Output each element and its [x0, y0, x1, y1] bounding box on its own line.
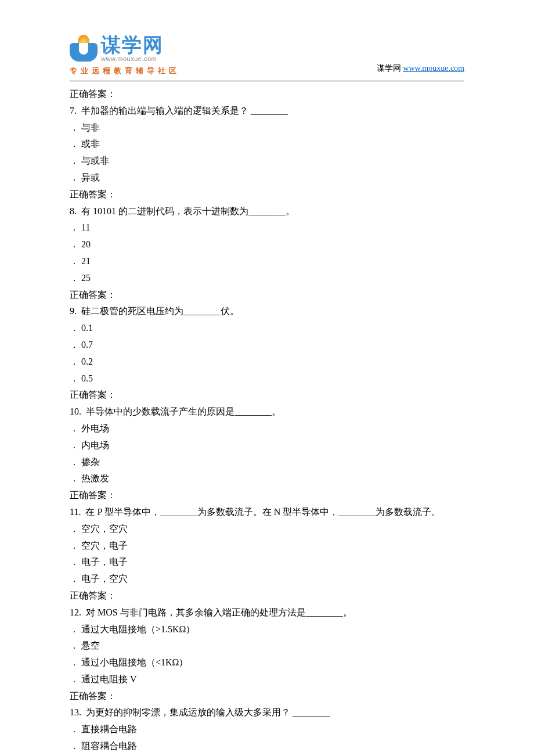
- question-text: 在 P 型半导体中，________为多数载流子。在 N 型半导体中，_____…: [85, 507, 441, 517]
- header-right: 谋学网 www.mouxue.com: [377, 63, 464, 76]
- question-stem: 7. 半加器的输出端与输入端的逻辑关系是？ ________: [70, 103, 464, 120]
- option-item: ． 通过电阻接 V: [70, 671, 464, 688]
- document-page: 谋学网 www.mouxue.com 专业远程教育辅导社区 谋学网 www.mo…: [0, 0, 534, 756]
- question-number: 13.: [70, 707, 81, 717]
- option-item: ． 0.1: [70, 320, 464, 337]
- answer-label: 正确答案：: [70, 287, 464, 304]
- logo-top: 谋学网 www.mouxue.com: [70, 35, 180, 62]
- answer-label: 正确答案：: [70, 387, 464, 404]
- header-divider: [70, 81, 464, 81]
- option-item: ． 直接耦合电路: [70, 721, 464, 738]
- header-site-label: 谋学网: [377, 64, 401, 73]
- option-item: ． 悬空: [70, 638, 464, 654]
- logo-tagline: 专业远程教育辅导社区: [70, 66, 180, 76]
- option-item: ． 空穴，空穴: [70, 521, 464, 538]
- option-item: ． 0.7: [70, 337, 464, 354]
- option-item: ． 电子，空穴: [70, 571, 464, 588]
- option-item: ． 0.2: [70, 354, 464, 370]
- question-number: 9.: [70, 306, 77, 316]
- option-item: ． 20: [70, 236, 464, 253]
- option-item: ． 0.5: [70, 370, 464, 387]
- option-item: ． 电子，电子: [70, 554, 464, 571]
- question-stem: 9. 硅二极管的死区电压约为________伏。: [70, 303, 464, 320]
- option-item: ． 通过小电阻接地（<1KΩ）: [70, 654, 464, 671]
- question-text: 对 MOS 与非门电路，其多余输入端正确的处理方法是________。: [86, 607, 352, 617]
- logo-block: 谋学网 www.mouxue.com 专业远程教育辅导社区: [70, 35, 180, 76]
- page-header: 谋学网 www.mouxue.com 专业远程教育辅导社区 谋学网 www.mo…: [70, 35, 464, 76]
- answer-label: 正确答案：: [70, 487, 464, 504]
- question-text: 半导体中的少数载流子产生的原因是________。: [86, 406, 281, 416]
- option-item: ． 21: [70, 253, 464, 270]
- option-item: ． 25: [70, 270, 464, 287]
- option-item: ． 外电场: [70, 420, 464, 437]
- question-stem: 12. 对 MOS 与非门电路，其多余输入端正确的处理方法是________。: [70, 604, 464, 621]
- logo-subtitle-url: www.mouxue.com: [101, 56, 164, 62]
- option-item: ． 与或非: [70, 153, 464, 170]
- option-item: ． 与非: [70, 120, 464, 136]
- option-item: ． 掺杂: [70, 454, 464, 471]
- question-number: 11.: [70, 507, 81, 517]
- question-number: 7.: [70, 106, 77, 116]
- question-stem: 11. 在 P 型半导体中，________为多数载流子。在 N 型半导体中，_…: [70, 504, 464, 521]
- question-text: 半加器的输出端与输入端的逻辑关系是？ ________: [81, 106, 288, 116]
- option-item: ． 异或: [70, 170, 464, 186]
- option-item: ． 内电场: [70, 437, 464, 454]
- question-number: 12.: [70, 607, 81, 617]
- question-number: 10.: [70, 406, 81, 416]
- question-text: 硅二极管的死区电压约为________伏。: [81, 306, 239, 316]
- option-item: ． 阻容耦合电路: [70, 738, 464, 755]
- document-body: 正确答案： 7. 半加器的输出端与输入端的逻辑关系是？ ________ ． 与…: [70, 86, 464, 756]
- logo-text: 谋学网 www.mouxue.com: [101, 35, 164, 62]
- answer-label: 正确答案：: [70, 186, 464, 203]
- option-item: ． 或非: [70, 136, 464, 153]
- question-stem: 10. 半导体中的少数载流子产生的原因是________。: [70, 404, 464, 420]
- option-item: ． 通过大电阻接地（>1.5KΩ）: [70, 621, 464, 638]
- header-site-link[interactable]: www.mouxue.com: [403, 64, 464, 73]
- question-stem: 13. 为更好的抑制零漂，集成运放的输入级大多采用？ ________: [70, 704, 464, 721]
- answer-label: 正确答案：: [70, 688, 464, 705]
- question-text: 有 10101 的二进制代码，表示十进制数为________。: [81, 206, 295, 216]
- option-item: ． 空穴，电子: [70, 538, 464, 555]
- question-text: 为更好的抑制零漂，集成运放的输入级大多采用？ ________: [86, 707, 330, 717]
- logo-title: 谋学网: [101, 35, 164, 55]
- mouxue-logo-icon: [70, 36, 98, 62]
- option-item: ． 11: [70, 219, 464, 236]
- question-number: 8.: [70, 206, 77, 216]
- answer-label: 正确答案：: [70, 588, 464, 604]
- answer-label: 正确答案：: [70, 86, 464, 103]
- question-stem: 8. 有 10101 的二进制代码，表示十进制数为________。: [70, 203, 464, 220]
- option-item: ． 热激发: [70, 470, 464, 487]
